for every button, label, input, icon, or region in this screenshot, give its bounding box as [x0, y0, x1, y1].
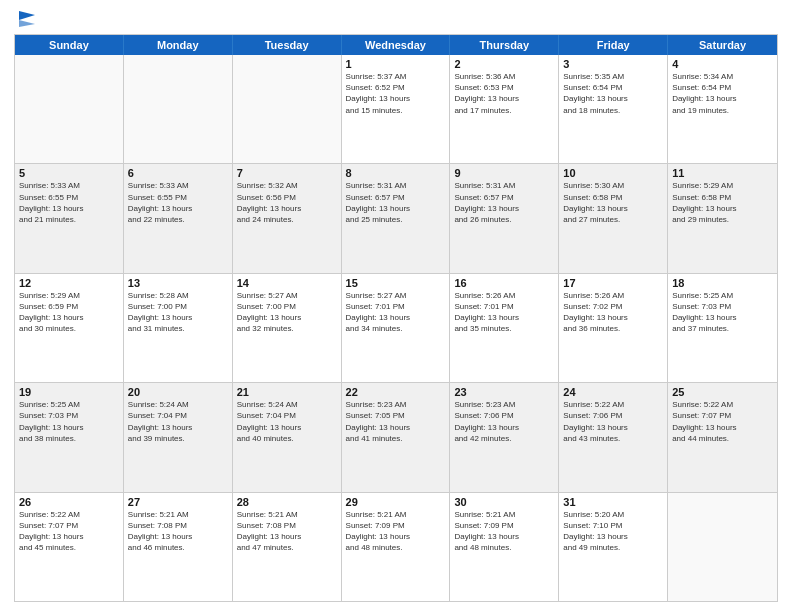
day-number: 24 — [563, 386, 663, 398]
day-info: Sunrise: 5:27 AM Sunset: 7:00 PM Dayligh… — [237, 290, 337, 335]
calendar-cell: 22Sunrise: 5:23 AM Sunset: 7:05 PM Dayli… — [342, 383, 451, 491]
logo — [14, 10, 37, 28]
day-number: 12 — [19, 277, 119, 289]
day-number: 26 — [19, 496, 119, 508]
day-info: Sunrise: 5:24 AM Sunset: 7:04 PM Dayligh… — [237, 399, 337, 444]
day-info: Sunrise: 5:22 AM Sunset: 7:07 PM Dayligh… — [672, 399, 773, 444]
day-info: Sunrise: 5:33 AM Sunset: 6:55 PM Dayligh… — [128, 180, 228, 225]
day-number: 11 — [672, 167, 773, 179]
calendar-cell: 24Sunrise: 5:22 AM Sunset: 7:06 PM Dayli… — [559, 383, 668, 491]
calendar-cell: 3Sunrise: 5:35 AM Sunset: 6:54 PM Daylig… — [559, 55, 668, 163]
calendar-header-cell: Sunday — [15, 35, 124, 55]
calendar-header: SundayMondayTuesdayWednesdayThursdayFrid… — [15, 35, 777, 55]
day-info: Sunrise: 5:21 AM Sunset: 7:09 PM Dayligh… — [346, 509, 446, 554]
day-info: Sunrise: 5:23 AM Sunset: 7:06 PM Dayligh… — [454, 399, 554, 444]
calendar-cell: 5Sunrise: 5:33 AM Sunset: 6:55 PM Daylig… — [15, 164, 124, 272]
day-info: Sunrise: 5:21 AM Sunset: 7:08 PM Dayligh… — [237, 509, 337, 554]
day-info: Sunrise: 5:22 AM Sunset: 7:06 PM Dayligh… — [563, 399, 663, 444]
day-number: 10 — [563, 167, 663, 179]
day-number: 17 — [563, 277, 663, 289]
calendar-header-cell: Wednesday — [342, 35, 451, 55]
svg-marker-1 — [19, 20, 35, 27]
logo-flag-icon — [15, 10, 37, 28]
calendar-header-cell: Thursday — [450, 35, 559, 55]
day-number: 6 — [128, 167, 228, 179]
calendar-body: 1Sunrise: 5:37 AM Sunset: 6:52 PM Daylig… — [15, 55, 777, 601]
calendar-cell: 23Sunrise: 5:23 AM Sunset: 7:06 PM Dayli… — [450, 383, 559, 491]
calendar-row: 26Sunrise: 5:22 AM Sunset: 7:07 PM Dayli… — [15, 493, 777, 601]
day-number: 23 — [454, 386, 554, 398]
svg-marker-0 — [19, 11, 35, 20]
day-number: 27 — [128, 496, 228, 508]
calendar-header-cell: Tuesday — [233, 35, 342, 55]
day-info: Sunrise: 5:21 AM Sunset: 7:08 PM Dayligh… — [128, 509, 228, 554]
day-info: Sunrise: 5:36 AM Sunset: 6:53 PM Dayligh… — [454, 71, 554, 116]
day-number: 16 — [454, 277, 554, 289]
calendar-cell: 18Sunrise: 5:25 AM Sunset: 7:03 PM Dayli… — [668, 274, 777, 382]
day-info: Sunrise: 5:21 AM Sunset: 7:09 PM Dayligh… — [454, 509, 554, 554]
calendar-cell: 13Sunrise: 5:28 AM Sunset: 7:00 PM Dayli… — [124, 274, 233, 382]
calendar-header-cell: Saturday — [668, 35, 777, 55]
day-number: 9 — [454, 167, 554, 179]
day-info: Sunrise: 5:25 AM Sunset: 7:03 PM Dayligh… — [19, 399, 119, 444]
day-info: Sunrise: 5:35 AM Sunset: 6:54 PM Dayligh… — [563, 71, 663, 116]
calendar-cell: 9Sunrise: 5:31 AM Sunset: 6:57 PM Daylig… — [450, 164, 559, 272]
calendar-cell: 1Sunrise: 5:37 AM Sunset: 6:52 PM Daylig… — [342, 55, 451, 163]
calendar-cell: 12Sunrise: 5:29 AM Sunset: 6:59 PM Dayli… — [15, 274, 124, 382]
day-info: Sunrise: 5:33 AM Sunset: 6:55 PM Dayligh… — [19, 180, 119, 225]
calendar-cell — [668, 493, 777, 601]
day-number: 13 — [128, 277, 228, 289]
day-number: 28 — [237, 496, 337, 508]
calendar-row: 5Sunrise: 5:33 AM Sunset: 6:55 PM Daylig… — [15, 164, 777, 273]
calendar-cell: 8Sunrise: 5:31 AM Sunset: 6:57 PM Daylig… — [342, 164, 451, 272]
calendar-cell: 19Sunrise: 5:25 AM Sunset: 7:03 PM Dayli… — [15, 383, 124, 491]
day-number: 7 — [237, 167, 337, 179]
calendar-cell: 25Sunrise: 5:22 AM Sunset: 7:07 PM Dayli… — [668, 383, 777, 491]
day-number: 25 — [672, 386, 773, 398]
day-info: Sunrise: 5:23 AM Sunset: 7:05 PM Dayligh… — [346, 399, 446, 444]
day-number: 4 — [672, 58, 773, 70]
day-number: 18 — [672, 277, 773, 289]
calendar-cell: 16Sunrise: 5:26 AM Sunset: 7:01 PM Dayli… — [450, 274, 559, 382]
calendar-cell: 7Sunrise: 5:32 AM Sunset: 6:56 PM Daylig… — [233, 164, 342, 272]
calendar-cell: 6Sunrise: 5:33 AM Sunset: 6:55 PM Daylig… — [124, 164, 233, 272]
calendar-row: 1Sunrise: 5:37 AM Sunset: 6:52 PM Daylig… — [15, 55, 777, 164]
day-number: 5 — [19, 167, 119, 179]
day-number: 19 — [19, 386, 119, 398]
day-info: Sunrise: 5:37 AM Sunset: 6:52 PM Dayligh… — [346, 71, 446, 116]
day-info: Sunrise: 5:32 AM Sunset: 6:56 PM Dayligh… — [237, 180, 337, 225]
day-info: Sunrise: 5:22 AM Sunset: 7:07 PM Dayligh… — [19, 509, 119, 554]
day-info: Sunrise: 5:30 AM Sunset: 6:58 PM Dayligh… — [563, 180, 663, 225]
calendar-cell — [15, 55, 124, 163]
calendar-header-cell: Friday — [559, 35, 668, 55]
calendar-cell: 30Sunrise: 5:21 AM Sunset: 7:09 PM Dayli… — [450, 493, 559, 601]
calendar-cell: 2Sunrise: 5:36 AM Sunset: 6:53 PM Daylig… — [450, 55, 559, 163]
day-number: 8 — [346, 167, 446, 179]
day-number: 1 — [346, 58, 446, 70]
day-number: 14 — [237, 277, 337, 289]
calendar-cell: 28Sunrise: 5:21 AM Sunset: 7:08 PM Dayli… — [233, 493, 342, 601]
day-number: 29 — [346, 496, 446, 508]
day-info: Sunrise: 5:20 AM Sunset: 7:10 PM Dayligh… — [563, 509, 663, 554]
calendar: SundayMondayTuesdayWednesdayThursdayFrid… — [14, 34, 778, 602]
calendar-cell: 29Sunrise: 5:21 AM Sunset: 7:09 PM Dayli… — [342, 493, 451, 601]
day-number: 22 — [346, 386, 446, 398]
day-info: Sunrise: 5:29 AM Sunset: 6:59 PM Dayligh… — [19, 290, 119, 335]
calendar-cell: 21Sunrise: 5:24 AM Sunset: 7:04 PM Dayli… — [233, 383, 342, 491]
calendar-cell: 4Sunrise: 5:34 AM Sunset: 6:54 PM Daylig… — [668, 55, 777, 163]
day-number: 15 — [346, 277, 446, 289]
day-info: Sunrise: 5:25 AM Sunset: 7:03 PM Dayligh… — [672, 290, 773, 335]
day-info: Sunrise: 5:31 AM Sunset: 6:57 PM Dayligh… — [454, 180, 554, 225]
calendar-cell: 15Sunrise: 5:27 AM Sunset: 7:01 PM Dayli… — [342, 274, 451, 382]
day-info: Sunrise: 5:34 AM Sunset: 6:54 PM Dayligh… — [672, 71, 773, 116]
page-header — [14, 10, 778, 28]
day-info: Sunrise: 5:31 AM Sunset: 6:57 PM Dayligh… — [346, 180, 446, 225]
calendar-cell: 20Sunrise: 5:24 AM Sunset: 7:04 PM Dayli… — [124, 383, 233, 491]
calendar-header-cell: Monday — [124, 35, 233, 55]
calendar-cell: 17Sunrise: 5:26 AM Sunset: 7:02 PM Dayli… — [559, 274, 668, 382]
calendar-row: 12Sunrise: 5:29 AM Sunset: 6:59 PM Dayli… — [15, 274, 777, 383]
day-number: 30 — [454, 496, 554, 508]
day-number: 3 — [563, 58, 663, 70]
day-number: 21 — [237, 386, 337, 398]
calendar-cell: 31Sunrise: 5:20 AM Sunset: 7:10 PM Dayli… — [559, 493, 668, 601]
